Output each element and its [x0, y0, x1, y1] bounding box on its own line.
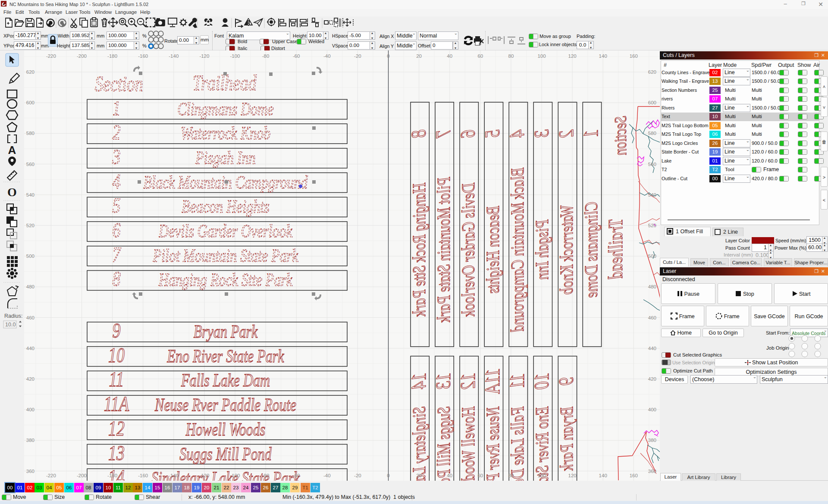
svg-text:Hanging Rock Stte Park: Hanging Rock Stte Park — [158, 270, 293, 290]
svg-text:8: 8 — [407, 130, 430, 138]
svg-text:6: 6 — [113, 218, 121, 242]
svg-text:580: 580 — [648, 131, 656, 136]
svg-text:-120: -120 — [199, 53, 209, 59]
svg-text:60: 60 — [477, 473, 483, 478]
svg-text:-100: -100 — [230, 53, 240, 59]
svg-text:360: 360 — [648, 469, 656, 474]
svg-text:-140: -140 — [169, 53, 179, 59]
svg-text:40: 40 — [447, 53, 452, 59]
svg-text:Waterrock Knob: Waterrock Knob — [181, 123, 270, 143]
svg-text:Beacon Heights: Beacon Heights — [182, 197, 269, 216]
svg-text:9: 9 — [113, 319, 121, 342]
svg-text:-140: -140 — [169, 473, 179, 478]
svg-text:20: 20 — [416, 473, 422, 478]
svg-text:10.0: 10.0 — [5, 322, 16, 328]
svg-text:Devils Garder Overlook: Devils Garder Overlook — [158, 221, 293, 241]
svg-text:100: 100 — [537, 473, 546, 478]
svg-text:480: 480 — [648, 284, 656, 289]
svg-text:Section: Section — [95, 72, 143, 96]
svg-text:Beacon Heights: Beacon Heights — [483, 206, 503, 293]
svg-text:-80: -80 — [262, 53, 270, 59]
svg-text:380: 380 — [26, 438, 34, 443]
svg-text:Falls Lake Dam: Falls Lake Dam — [181, 370, 270, 390]
svg-text:-200: -200 — [77, 473, 87, 478]
svg-text:13: 13 — [431, 373, 455, 389]
svg-text:60: 60 — [477, 53, 483, 59]
svg-text:Suggs Mill Pond: Suggs Mill Pond — [179, 444, 272, 464]
svg-text:560: 560 — [26, 162, 34, 167]
svg-text:13: 13 — [108, 441, 125, 465]
svg-text:140: 140 — [599, 473, 607, 478]
svg-text:Clingmans Dome: Clingmans Dome — [177, 99, 273, 119]
svg-text:160: 160 — [630, 473, 638, 478]
svg-text:5: 5 — [113, 194, 121, 218]
svg-text:Suggs Mill Pond: Suggs Mill Pond — [434, 407, 454, 481]
svg-text:580: 580 — [26, 131, 34, 136]
svg-text:600: 600 — [648, 100, 656, 105]
svg-text:80: 80 — [508, 53, 514, 59]
svg-text:1: 1 — [113, 96, 121, 120]
svg-text:-200: -200 — [77, 53, 87, 59]
svg-text:7: 7 — [113, 243, 122, 266]
svg-text:3: 3 — [112, 145, 121, 169]
svg-text:440: 440 — [26, 346, 34, 351]
svg-text:Section: Section — [611, 116, 630, 155]
svg-text:14: 14 — [407, 373, 430, 389]
svg-text:Clingmans Dome: Clingmans Dome — [581, 201, 601, 297]
svg-text:480: 480 — [26, 284, 34, 289]
svg-text:-180: -180 — [107, 473, 117, 478]
svg-text:-220: -220 — [46, 53, 56, 59]
svg-text:460: 460 — [648, 315, 656, 320]
svg-text:-160: -160 — [138, 473, 148, 478]
svg-text:Howell Woods: Howell Woods — [185, 419, 265, 439]
svg-text:-20: -20 — [354, 53, 361, 59]
svg-text:600: 600 — [26, 100, 34, 105]
svg-text:540: 540 — [648, 192, 656, 197]
svg-text:-60: -60 — [293, 53, 300, 59]
svg-text:380: 380 — [648, 438, 656, 443]
svg-text:9: 9 — [555, 377, 578, 385]
svg-text:420: 420 — [26, 376, 34, 382]
svg-text:2: 2 — [555, 130, 578, 138]
svg-text:460: 460 — [26, 315, 34, 320]
svg-text:11A: 11A — [104, 392, 129, 416]
svg-text:120: 120 — [568, 53, 577, 59]
svg-text:Bryan Park: Bryan Park — [194, 322, 258, 341]
svg-text:Neuse Rver Paddle Route: Neuse Rver Paddle Route — [154, 395, 296, 415]
svg-text:Pisgah Inn: Pisgah Inn — [532, 219, 552, 279]
svg-text:8: 8 — [113, 267, 121, 291]
svg-text:500: 500 — [26, 254, 34, 259]
svg-text:-40: -40 — [323, 53, 331, 59]
svg-text:A: A — [8, 144, 16, 157]
svg-text:Radius:: Radius: — [4, 313, 22, 319]
svg-text:Neuse Rver Paddle Route: Neuse Rver Paddle Route — [483, 406, 503, 481]
svg-text:6: 6 — [456, 130, 480, 138]
svg-text:10: 10 — [108, 343, 125, 367]
svg-text:Hanging Rock Stte Park: Hanging Rock Stte Park — [409, 182, 429, 317]
svg-text:-220: -220 — [46, 473, 56, 478]
svg-text:7: 7 — [431, 130, 455, 139]
svg-text:Black Mountain Campground: Black Mountain Campground — [508, 168, 527, 332]
svg-text:0: 0 — [387, 473, 389, 478]
svg-text:Howell Woods: Howell Woods — [458, 406, 478, 481]
svg-text:-120: -120 — [199, 473, 209, 478]
svg-text:Devils Garder Overlook: Devils Garder Overlook — [458, 182, 478, 317]
svg-text:4: 4 — [505, 130, 529, 138]
svg-text:160: 160 — [630, 53, 638, 59]
svg-text:420: 420 — [648, 376, 656, 382]
svg-text:440: 440 — [648, 346, 656, 351]
svg-text:4: 4 — [113, 169, 121, 193]
svg-text:-180: -180 — [107, 53, 117, 59]
svg-text:-80: -80 — [262, 473, 270, 478]
svg-text:Eno River State Park: Eno River State Park — [167, 346, 285, 366]
svg-text:1: 1 — [579, 130, 603, 138]
svg-text:140: 140 — [599, 53, 607, 59]
svg-text:11: 11 — [109, 368, 124, 391]
svg-text:120: 120 — [568, 473, 577, 478]
svg-text:500: 500 — [648, 254, 656, 259]
svg-text:560: 560 — [648, 162, 656, 167]
svg-text:400: 400 — [648, 407, 656, 412]
svg-text:0: 0 — [387, 53, 389, 59]
svg-text:11: 11 — [505, 373, 529, 388]
svg-text:10: 10 — [530, 373, 553, 389]
